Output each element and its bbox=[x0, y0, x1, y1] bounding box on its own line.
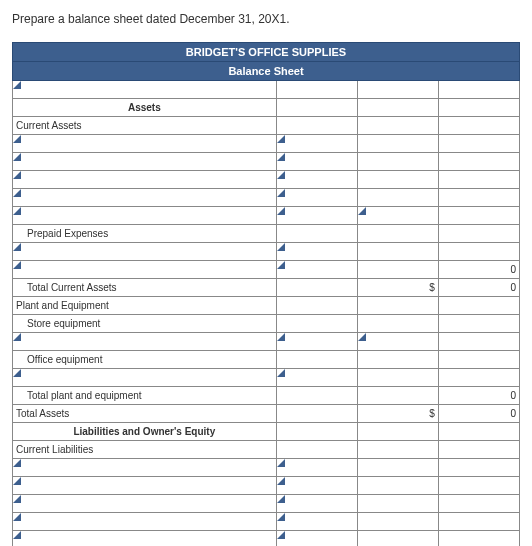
office-equip-row: Office equipment bbox=[13, 351, 520, 369]
input-cell[interactable] bbox=[13, 459, 277, 477]
input-cell[interactable] bbox=[276, 135, 357, 153]
prepaid-expenses-label: Prepaid Expenses bbox=[13, 225, 277, 243]
input-cell[interactable] bbox=[13, 189, 277, 207]
input-row bbox=[13, 495, 520, 513]
blank-row bbox=[13, 81, 520, 99]
instruction-text: Prepare a balance sheet dated December 3… bbox=[12, 12, 520, 26]
input-cell[interactable] bbox=[276, 459, 357, 477]
value-cell: 0 bbox=[438, 261, 519, 279]
balance-sheet-table: BRIDGET'S OFFICE SUPPLIES Balance Sheet … bbox=[12, 42, 520, 546]
input-row bbox=[13, 369, 520, 387]
total-plant-equip-row: Total plant and equipment 0 bbox=[13, 387, 520, 405]
liab-equity-heading-row: Liabilities and Owner's Equity bbox=[13, 423, 520, 441]
value-cell: 0 bbox=[438, 279, 519, 297]
input-cell[interactable] bbox=[276, 261, 357, 279]
store-equip-row: Store equipment bbox=[13, 315, 520, 333]
input-cell[interactable] bbox=[13, 261, 277, 279]
current-assets-label: Current Assets bbox=[13, 117, 277, 135]
input-cell[interactable] bbox=[276, 495, 357, 513]
input-cell[interactable] bbox=[276, 207, 357, 225]
input-row: 0 bbox=[13, 261, 520, 279]
input-row bbox=[13, 135, 520, 153]
input-cell[interactable] bbox=[276, 171, 357, 189]
input-cell[interactable] bbox=[276, 477, 357, 495]
value-cell: 0 bbox=[438, 387, 519, 405]
input-row bbox=[13, 207, 520, 225]
input-row bbox=[13, 171, 520, 189]
input-row bbox=[13, 333, 520, 351]
input-cell[interactable] bbox=[13, 513, 277, 531]
input-cell[interactable] bbox=[13, 243, 277, 261]
total-plant-equip-label: Total plant and equipment bbox=[13, 387, 277, 405]
input-row bbox=[13, 459, 520, 477]
assets-heading-row: Assets bbox=[13, 99, 520, 117]
current-assets-row: Current Assets bbox=[13, 117, 520, 135]
input-cell[interactable] bbox=[276, 513, 357, 531]
input-cell[interactable] bbox=[276, 369, 357, 387]
input-row bbox=[13, 189, 520, 207]
input-cell[interactable] bbox=[13, 171, 277, 189]
total-current-assets-row: Total Current Assets $ 0 bbox=[13, 279, 520, 297]
input-cell[interactable] bbox=[276, 243, 357, 261]
liab-equity-heading: Liabilities and Owner's Equity bbox=[13, 423, 277, 441]
office-equip-label: Office equipment bbox=[13, 351, 277, 369]
input-row bbox=[13, 153, 520, 171]
input-row bbox=[13, 243, 520, 261]
total-current-assets-label: Total Current Assets bbox=[13, 279, 277, 297]
total-assets-label: Total Assets bbox=[13, 405, 277, 423]
currency-symbol: $ bbox=[357, 279, 438, 297]
input-row bbox=[13, 477, 520, 495]
input-cell[interactable] bbox=[13, 495, 277, 513]
input-cell[interactable] bbox=[276, 531, 357, 547]
current-liab-row: Current Liabilities bbox=[13, 441, 520, 459]
assets-heading: Assets bbox=[13, 99, 277, 117]
title-row: Balance Sheet bbox=[13, 62, 520, 81]
prepaid-expenses-row: Prepaid Expenses bbox=[13, 225, 520, 243]
plant-equip-label: Plant and Equipment bbox=[13, 297, 277, 315]
input-cell[interactable] bbox=[357, 207, 438, 225]
company-row: BRIDGET'S OFFICE SUPPLIES bbox=[13, 43, 520, 62]
input-cell[interactable] bbox=[13, 369, 277, 387]
input-cell[interactable] bbox=[276, 189, 357, 207]
input-cell[interactable] bbox=[13, 81, 277, 99]
plant-equip-row: Plant and Equipment bbox=[13, 297, 520, 315]
input-cell[interactable] bbox=[13, 207, 277, 225]
input-cell[interactable] bbox=[13, 333, 277, 351]
sheet-title: Balance Sheet bbox=[13, 62, 520, 81]
value-cell: 0 bbox=[438, 405, 519, 423]
current-liab-label: Current Liabilities bbox=[13, 441, 277, 459]
input-cell[interactable] bbox=[13, 477, 277, 495]
input-cell[interactable] bbox=[276, 333, 357, 351]
input-row bbox=[13, 531, 520, 547]
input-cell[interactable] bbox=[276, 153, 357, 171]
company-name: BRIDGET'S OFFICE SUPPLIES bbox=[13, 43, 520, 62]
input-cell[interactable] bbox=[13, 153, 277, 171]
currency-symbol: $ bbox=[357, 405, 438, 423]
total-assets-row: Total Assets $ 0 bbox=[13, 405, 520, 423]
input-cell[interactable] bbox=[13, 531, 277, 547]
input-cell[interactable] bbox=[13, 135, 277, 153]
input-cell[interactable] bbox=[357, 333, 438, 351]
store-equip-label: Store equipment bbox=[13, 315, 277, 333]
input-row bbox=[13, 513, 520, 531]
